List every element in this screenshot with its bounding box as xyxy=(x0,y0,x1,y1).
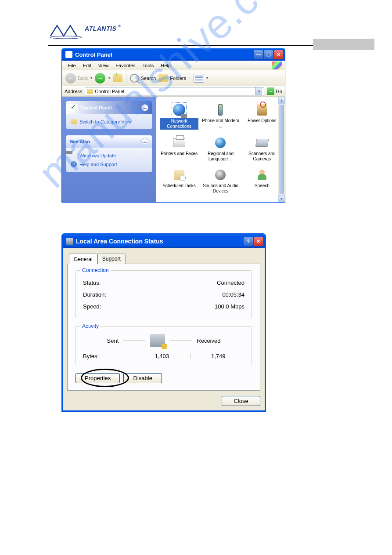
cp-menubar: File Edit View Favorites Tools Help xyxy=(62,61,285,70)
up-folder-button[interactable]: ↑ xyxy=(113,74,122,82)
toolbar-separator xyxy=(126,73,126,83)
cp-title-text: Control Panel xyxy=(75,51,112,58)
scroll-up-button[interactable]: ▲ xyxy=(278,97,285,104)
disable-button[interactable]: Disable xyxy=(123,373,162,383)
windows-update-link[interactable]: Windows Update xyxy=(71,151,147,160)
scheduled-icon xyxy=(174,170,184,180)
network-connections-icon[interactable]: Network Connections xyxy=(159,101,199,131)
activity-group: Activity Sent Received Bytes: 1,403 1,74… xyxy=(76,326,252,365)
regional-language-icon[interactable]: Regional and Language ... xyxy=(200,134,241,163)
chevron-down-icon: ▾ xyxy=(206,76,208,80)
bytes-received-value: 1,749 xyxy=(192,353,245,359)
cp-small-icon xyxy=(87,89,93,94)
network-icon xyxy=(173,104,185,116)
folder-icon xyxy=(158,74,168,82)
address-dropdown[interactable]: ▾ xyxy=(255,87,262,95)
go-button[interactable]: → Go xyxy=(267,87,282,95)
lan-tab-panel: Connection Status:Connected Duration:00:… xyxy=(67,264,260,391)
phone-modem-icon[interactable]: Phone and Modem ... xyxy=(200,101,241,131)
printers-faxes-icon[interactable]: Printers and Faxes xyxy=(159,134,199,163)
scheduled-tasks-icon[interactable]: Scheduled Tasks xyxy=(159,166,199,196)
close-button[interactable]: Close xyxy=(222,396,260,406)
lan-title-icon xyxy=(66,238,73,245)
views-icon xyxy=(194,74,204,83)
help-support-link[interactable]: ? Help and Support xyxy=(71,160,147,169)
folders-button[interactable]: Folders xyxy=(158,74,186,82)
lan-status-window: Local Area Connection Status ? ✕ General… xyxy=(61,233,266,412)
duration-label: Duration: xyxy=(83,291,106,298)
sounds-audio-icon[interactable]: Sounds and Audio Devices xyxy=(200,166,241,196)
help-icon: ? xyxy=(71,161,77,167)
menu-help[interactable]: Help xyxy=(157,62,174,69)
speaker-icon xyxy=(215,170,226,180)
menu-tools[interactable]: Tools xyxy=(139,62,158,69)
header-rule xyxy=(48,45,329,46)
scroll-thumb[interactable] xyxy=(279,105,284,194)
lan-button-row: Properties Disable xyxy=(76,373,252,383)
cp-titlebar: Control Panel — ☐ ✕ xyxy=(62,48,285,61)
views-button[interactable]: ▾ xyxy=(194,74,208,83)
scanner-icon xyxy=(255,139,269,147)
scanners-cameras-icon[interactable]: Scanners and Cameras xyxy=(242,134,282,163)
forward-button[interactable]: → xyxy=(95,73,105,83)
received-label: Received xyxy=(197,337,220,344)
xp-flag-icon xyxy=(272,62,282,69)
search-button[interactable]: Search xyxy=(130,74,156,83)
duration-value: 00:05:34 xyxy=(222,291,245,298)
category-icon xyxy=(71,119,77,124)
address-value: Control Panel xyxy=(95,89,124,94)
tab-support[interactable]: Support xyxy=(97,254,126,264)
brand-logo: ATLANTIS xyxy=(48,22,348,41)
network-activity-icon xyxy=(149,333,166,348)
speech-icon[interactable]: Speech xyxy=(242,166,282,196)
menu-favorites[interactable]: Favorites xyxy=(112,62,139,69)
tab-general[interactable]: General xyxy=(69,254,97,264)
header-grey-box xyxy=(313,39,374,50)
maximize-button[interactable]: ☐ xyxy=(264,50,273,59)
power-icon xyxy=(257,104,267,116)
search-icon xyxy=(130,74,139,83)
properties-button[interactable]: Properties xyxy=(76,373,120,383)
cp-title-icon xyxy=(65,51,72,58)
speed-label: Speed: xyxy=(83,303,101,310)
activity-line xyxy=(170,341,192,341)
svg-point-0 xyxy=(50,36,82,39)
side-head-seealso[interactable]: See Also ︽ xyxy=(66,135,152,148)
chevron-down-icon: ▾ xyxy=(90,76,92,80)
minimize-button[interactable]: — xyxy=(254,50,263,59)
speed-value: 100.0 Mbps xyxy=(215,303,245,310)
connection-group: Connection Status:Connected Duration:00:… xyxy=(76,270,252,318)
collapse-icon: ︽ xyxy=(141,104,148,111)
status-value: Connected xyxy=(217,279,245,286)
sent-label: Sent xyxy=(107,337,119,344)
lan-tabs: General Support xyxy=(69,254,260,264)
power-options-icon[interactable]: Power Options xyxy=(242,101,282,131)
cp-icon-area: Network Connections Phone and Modem ... … xyxy=(156,97,285,202)
go-icon: → xyxy=(267,87,274,95)
cp-toolbar: ← Back ▾ → ▾ ↑ Search Folders ▾ xyxy=(62,70,285,86)
menu-edit[interactable]: Edit xyxy=(79,62,95,69)
menu-file[interactable]: File xyxy=(65,62,79,69)
bytes-separator xyxy=(190,353,191,359)
globe-icon xyxy=(215,138,226,148)
menu-view[interactable]: View xyxy=(95,62,112,69)
collapse-icon: ︽ xyxy=(141,138,148,145)
toolbar-separator xyxy=(190,73,190,83)
lan-title-text: Local Area Connection Status xyxy=(76,238,163,245)
chevron-down-icon: ▾ xyxy=(108,76,110,80)
close-window-button[interactable]: ✕ xyxy=(254,237,263,246)
switch-category-view-link[interactable]: Switch to Category View xyxy=(71,118,147,126)
address-label: Address xyxy=(65,89,82,94)
lan-titlebar: Local Area Connection Status ? ✕ xyxy=(63,235,265,248)
help-button[interactable]: ? xyxy=(244,237,253,246)
side-head-cp[interactable]: Control Panel ︽ xyxy=(66,101,152,114)
bytes-sent-value: 1,403 xyxy=(136,353,188,359)
cp-addressbar: Address Control Panel ▾ → Go xyxy=(62,86,285,97)
back-icon: ← xyxy=(65,73,76,83)
person-icon xyxy=(258,170,266,180)
address-input[interactable]: Control Panel ▾ xyxy=(85,87,264,95)
scroll-down-button[interactable]: ▼ xyxy=(278,195,285,202)
vertical-scrollbar[interactable]: ▲ ▼ xyxy=(278,97,285,202)
back-button[interactable]: ← Back ▾ xyxy=(65,73,92,83)
close-button[interactable]: ✕ xyxy=(274,50,283,59)
